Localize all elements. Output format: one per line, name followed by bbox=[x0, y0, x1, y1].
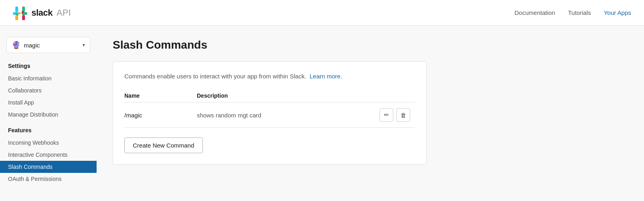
logo-text: slack bbox=[31, 8, 53, 18]
sidebar-item-interactive-components[interactable]: Interactive Components bbox=[0, 149, 97, 161]
content-card: Commands enable users to interact with y… bbox=[113, 61, 427, 165]
app-emoji: 🔮 bbox=[12, 41, 21, 49]
trash-icon: 🗑 bbox=[400, 112, 407, 119]
learn-more-link[interactable]: Learn more. bbox=[310, 73, 342, 80]
info-text: Commands enable users to interact with y… bbox=[124, 73, 415, 80]
col-name-header: Name bbox=[124, 89, 197, 103]
sidebar-item-install-app[interactable]: Install App bbox=[0, 96, 97, 109]
command-name: /magic bbox=[124, 103, 197, 128]
your-apps-link[interactable]: Your Apps bbox=[604, 9, 631, 16]
sidebar-item-basic-information[interactable]: Basic Information bbox=[0, 72, 97, 84]
app-name-label: magic bbox=[24, 42, 79, 49]
sidebar-item-slash-commands[interactable]: Slash Commands bbox=[0, 161, 97, 173]
main-content: Slash Commands Commands enable users to … bbox=[97, 26, 644, 201]
slack-logo-icon bbox=[13, 6, 27, 20]
command-description: shows random mgt card bbox=[197, 103, 341, 128]
sidebar-features-section: Features Incoming Webhooks Interactive C… bbox=[0, 127, 97, 185]
layout: 🔮 magic ▾ Settings Basic Information Col… bbox=[0, 26, 644, 201]
sidebar-item-incoming-webhooks[interactable]: Incoming Webhooks bbox=[0, 137, 97, 149]
logo: slack API bbox=[13, 6, 71, 20]
app-selector[interactable]: 🔮 magic ▾ bbox=[6, 37, 90, 53]
chevron-down-icon: ▾ bbox=[83, 42, 85, 48]
sidebar-item-manage-distribution[interactable]: Manage Distribution bbox=[0, 109, 97, 121]
page-title: Slash Commands bbox=[113, 39, 628, 51]
col-actions-header bbox=[341, 89, 415, 103]
pencil-icon: ✏ bbox=[384, 111, 389, 119]
header-nav: Documentation Tutorials Your Apps bbox=[514, 9, 631, 16]
create-new-command-button[interactable]: Create New Command bbox=[124, 137, 203, 153]
col-description-header: Description bbox=[197, 89, 341, 103]
delete-command-button[interactable]: 🗑 bbox=[396, 108, 410, 122]
svg-rect-6 bbox=[22, 15, 25, 20]
documentation-link[interactable]: Documentation bbox=[514, 9, 555, 16]
svg-rect-4 bbox=[15, 15, 18, 20]
sidebar-item-collaborators[interactable]: Collaborators bbox=[0, 84, 97, 96]
sidebar: 🔮 magic ▾ Settings Basic Information Col… bbox=[0, 26, 97, 201]
command-actions: ✏ 🗑 bbox=[341, 103, 415, 128]
features-section-label: Features bbox=[0, 127, 97, 137]
commands-table: Name Description /magic shows random mgt… bbox=[124, 89, 415, 128]
sidebar-item-oauth-permissions[interactable]: OAuth & Permissions bbox=[0, 173, 97, 185]
header: slack API Documentation Tutorials Your A… bbox=[0, 0, 644, 26]
settings-section-label: Settings bbox=[0, 63, 97, 72]
table-row: /magic shows random mgt card ✏ 🗑 bbox=[124, 103, 415, 128]
edit-command-button[interactable]: ✏ bbox=[380, 108, 393, 122]
logo-api-text: API bbox=[57, 8, 71, 18]
tutorials-link[interactable]: Tutorials bbox=[568, 9, 591, 16]
sidebar-settings-section: Settings Basic Information Collaborators… bbox=[0, 63, 97, 121]
